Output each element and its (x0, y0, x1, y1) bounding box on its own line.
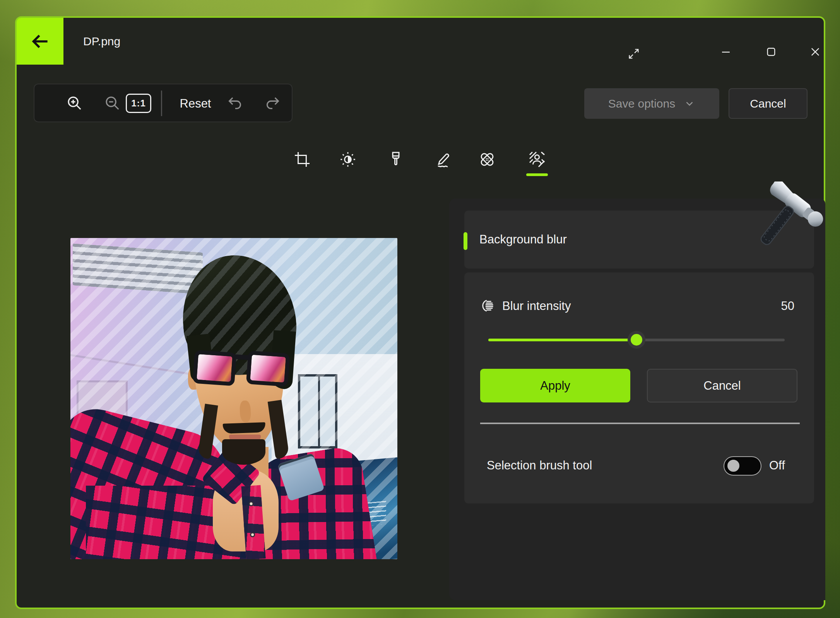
tab-retouch[interactable] (472, 145, 502, 174)
person-chin-beard (222, 439, 265, 465)
minimize-button[interactable] (714, 40, 738, 64)
redo-button[interactable] (259, 87, 286, 119)
panel-divider (480, 423, 800, 424)
tab-filter[interactable] (381, 145, 411, 174)
shirt-button (250, 532, 255, 538)
blur-slider-thumb[interactable] (628, 331, 645, 349)
blur-intensity-label: Blur intensity (502, 292, 571, 320)
background-blur-icon (528, 150, 546, 169)
close-button[interactable] (803, 40, 827, 64)
panel-title: Background blur (479, 211, 567, 269)
selection-brush-toggle[interactable] (724, 456, 761, 476)
editor-cancel-label: Cancel (750, 97, 786, 110)
close-icon (809, 45, 822, 58)
reset-button[interactable]: Reset (171, 84, 220, 123)
apply-label: Apply (540, 379, 570, 393)
toolbar-divider (161, 91, 162, 116)
blur-intensity-row: Blur intensity 50 (464, 292, 814, 320)
maximize-icon (765, 45, 778, 58)
brightness-icon (339, 150, 357, 169)
background-blur-panel: Background blur Blur intensity 50 Appl (449, 199, 825, 600)
undo-icon (226, 94, 244, 112)
pen-icon (435, 150, 453, 169)
fullscreen-button[interactable] (622, 42, 646, 66)
save-options-button[interactable]: Save options (584, 88, 719, 119)
back-button[interactable] (17, 18, 63, 65)
undo-button[interactable] (222, 87, 249, 119)
expand-icon (627, 47, 640, 60)
bandage-icon (478, 150, 496, 169)
zoom-in-icon (66, 94, 84, 112)
sunglasses-lens (246, 351, 290, 387)
person-sunglasses (191, 344, 293, 399)
toggle-knob (727, 460, 739, 472)
crop-icon (293, 150, 311, 169)
reset-label: Reset (180, 97, 211, 111)
minimize-icon (719, 45, 732, 58)
redo-icon (263, 94, 281, 112)
chevron-down-icon (684, 98, 695, 110)
blur-intensity-slider[interactable] (488, 334, 785, 345)
editor-cancel-button[interactable]: Cancel (729, 88, 807, 119)
view-toolbar: 1:1 Reset (34, 84, 293, 122)
tab-crop[interactable] (287, 145, 317, 174)
selected-tool-indicator (526, 173, 548, 176)
zoom-in-button[interactable] (61, 87, 88, 119)
tab-markup[interactable] (429, 145, 458, 174)
blur-slider-fill (488, 339, 636, 341)
window-title: DP.png (83, 18, 120, 65)
zoom-out-icon (104, 94, 121, 112)
panel-cancel-label: Cancel (703, 379, 741, 393)
blur-intensity-value: 50 (781, 292, 794, 320)
panel-cancel-button[interactable]: Cancel (647, 369, 797, 402)
paintbrush-icon (387, 150, 405, 169)
selection-brush-state: Off (769, 451, 785, 480)
save-options-label: Save options (608, 97, 675, 110)
tab-adjustment[interactable] (333, 145, 363, 174)
maximize-button[interactable] (759, 40, 783, 64)
ratio-label: 1:1 (131, 98, 146, 109)
shirt-button (248, 501, 254, 507)
panel-body-card: Blur intensity 50 Apply Cancel Selection… (464, 272, 814, 503)
selection-brush-label: Selection brush tool (487, 451, 592, 480)
blur-intensity-icon (479, 297, 496, 314)
zoom-out-button[interactable] (99, 87, 126, 119)
sunglasses-bridge (234, 354, 251, 360)
accent-bar (464, 232, 467, 250)
sunglasses-lens (193, 350, 237, 386)
titlebar: DP.png (17, 18, 824, 65)
photo-canvas[interactable] (70, 238, 397, 559)
panel-header-card: Background blur (464, 211, 814, 269)
back-arrow-icon (29, 31, 51, 52)
photos-editor-window: DP.png 1:1 (15, 16, 825, 609)
selection-brush-row: Selection brush tool Off (464, 451, 814, 480)
tab-background-blur[interactable] (522, 145, 552, 174)
person-mustache (223, 422, 266, 434)
actual-size-button[interactable]: 1:1 (126, 94, 151, 113)
apply-button[interactable]: Apply (480, 369, 630, 402)
